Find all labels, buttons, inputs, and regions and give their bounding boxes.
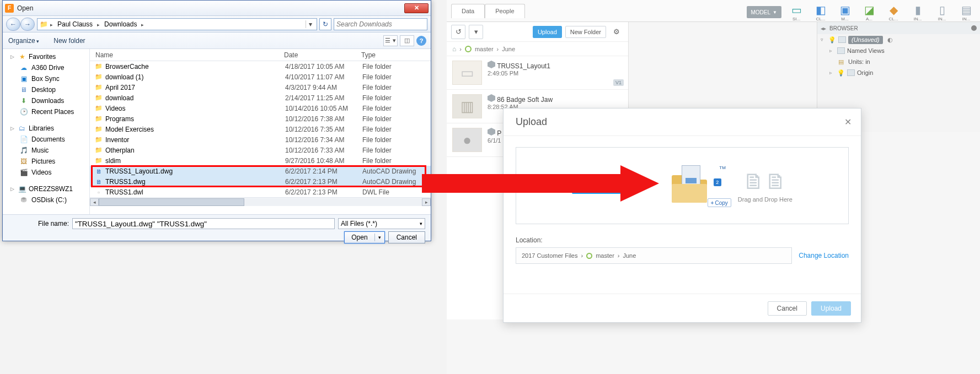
toolbar-construct-icon[interactable]: ◆CL... [884, 3, 903, 21]
browser-units-row[interactable]: ▤ Units: in [817, 56, 980, 67]
file-row[interactable]: 📁Model Exercises10/12/2016 7:35 AMFile f… [90, 124, 431, 134]
sidebar-item-pictures[interactable]: 🖼Pictures [3, 156, 89, 167]
file-columns-header[interactable]: Name Date Type [90, 49, 431, 61]
change-location-link[interactable]: Change Location [799, 252, 849, 259]
or-label: or [644, 182, 650, 189]
sidebar-item-recent[interactable]: 🕑Recent Places [3, 106, 89, 117]
breadcrumb-dropdown[interactable]: ▾ [306, 20, 314, 28]
scroll-track[interactable] [99, 198, 422, 206]
toolbar-make-icon[interactable]: ▤IN... [957, 3, 976, 21]
sidebar-libraries-header[interactable]: ▷🗂Libraries [3, 123, 89, 134]
toolbar-sketch-icon[interactable]: ▭SI... [787, 3, 806, 21]
file-row[interactable]: 🗎TRUSS1.dwg6/2/2017 2:13 PMAutoCAD Drawi… [90, 176, 431, 187]
home-icon[interactable]: ⌂ [452, 45, 456, 53]
open-button[interactable]: Open▾ [344, 231, 384, 243]
gear-icon[interactable]: ⚙ [609, 25, 624, 39]
scroll-left-button[interactable]: ◂ [90, 198, 99, 206]
upload-button[interactable]: Upload [533, 26, 562, 38]
crumb-june[interactable]: June [502, 46, 515, 52]
folder-icon: 📁 [94, 104, 103, 113]
file-name: Programs [105, 115, 285, 123]
file-row[interactable]: ▫TRUSS1.dwl6/2/2017 2:13 PMDWL File [90, 187, 431, 197]
design-card[interactable]: ▭ TRUSS1_Layout1 2:49:05 PM V1 [447, 56, 628, 90]
tab-data[interactable]: Data [451, 4, 485, 18]
refresh-button[interactable]: ↻ [319, 18, 331, 30]
help-button[interactable]: ? [416, 36, 426, 46]
sidebar-item-osdisk[interactable]: ⛃OSDisk (C:) [3, 194, 89, 205]
close-button[interactable]: ✕ [404, 3, 429, 13]
sidebar-item-a360[interactable]: ☁A360 Drive [3, 62, 89, 73]
file-filter-dropdown[interactable]: All Files (*.*)▾ [338, 218, 425, 229]
file-row[interactable]: 📁BrowserCache4/18/2017 10:05 AMFile fold… [90, 61, 431, 72]
sidebar-item-downloads[interactable]: ⬇Downloads [3, 95, 89, 106]
view-options-button[interactable]: ☰ ▾ [383, 35, 398, 46]
toolbar-assemble-icon[interactable]: ◪A... [860, 3, 879, 21]
workspace-model-button[interactable]: MODEL▼ [747, 6, 781, 18]
file-row[interactable]: 🗎TRUSS1_Layout1.dwg6/2/2017 2:14 PMAutoC… [90, 166, 431, 176]
dialog-titlebar[interactable]: F Open ✕ [3, 1, 431, 16]
breadcrumb-user[interactable]: Paul Clauss [55, 20, 95, 28]
sidebar-item-documents[interactable]: 📄Documents [3, 134, 89, 145]
component-icon [488, 61, 495, 68]
toolbar-insert-icon[interactable]: ▯IN... [933, 3, 951, 21]
toolbar-create-icon[interactable]: ◧CL... [811, 3, 830, 21]
preview-pane-button[interactable]: ◫ [400, 35, 414, 46]
select-files-button[interactable]: Select Files [572, 177, 622, 194]
search-input[interactable] [334, 18, 427, 30]
toolbar-inspect-icon[interactable]: ▮IN... [908, 3, 927, 21]
filename-input[interactable] [72, 218, 335, 229]
folder-icon: 📁 [94, 156, 103, 165]
sidebar-favorites-header[interactable]: ▷★Favorites [3, 51, 89, 62]
file-row[interactable]: 📁Programs10/12/2016 7:38 AMFile folder [90, 113, 431, 124]
browser-root-row[interactable]: ▿💡 (Unsaved) ◐ [817, 34, 980, 45]
close-button[interactable]: ✕ [842, 116, 853, 127]
browser-options-icon[interactable] [971, 25, 977, 31]
history-button[interactable]: ↺ [451, 25, 465, 39]
organize-menu[interactable]: Organize [8, 37, 39, 45]
scroll-thumb[interactable] [99, 198, 244, 206]
upload-modal-title: Upload [516, 116, 547, 128]
nav-back-button[interactable]: ← [6, 18, 20, 31]
file-row[interactable]: 📁Otherplan10/12/2016 7:33 AMFile folder [90, 145, 431, 155]
file-list[interactable]: 📁BrowserCache4/18/2017 10:05 AMFile fold… [90, 61, 431, 197]
drop-zone[interactable]: Select Files or TM 2 +Copy 🗎🗎 Drag and D… [516, 147, 849, 224]
breadcrumb[interactable]: 📁 Paul Clauss Downloads ▾ [37, 18, 317, 30]
breadcrumb-folder[interactable]: Downloads [102, 20, 139, 28]
context-icon[interactable]: ◐ [887, 36, 893, 44]
column-date[interactable]: Date [284, 51, 361, 59]
browser-named-views-row[interactable]: ▹ Named Views [817, 45, 980, 56]
toolbar-modify-icon[interactable]: ▣M... [836, 3, 854, 21]
new-folder-button[interactable]: New Folder [565, 26, 606, 38]
crumb-master[interactable]: master [475, 46, 494, 52]
cancel-button[interactable]: Cancel [388, 231, 425, 243]
tab-people[interactable]: People [485, 4, 524, 18]
sidebar-item-videos[interactable]: 🎬Videos [3, 167, 89, 178]
drop-placeholder: 🗎🗎 Drag and Drop Here [738, 169, 792, 203]
file-row[interactable]: 📁Videos10/14/2016 10:05 AMFile folder [90, 103, 431, 113]
sidebar-item-music[interactable]: 🎵Music [3, 145, 89, 156]
file-row[interactable]: 📁download (1)4/10/2017 11:07 AMFile fold… [90, 72, 431, 82]
file-row[interactable]: 📁download2/14/2017 11:25 AMFile folder [90, 93, 431, 103]
dropdown-button[interactable]: ▾ [469, 25, 483, 39]
lightbulb-icon[interactable]: 💡 [828, 36, 836, 44]
lightbulb-icon[interactable]: 💡 [837, 69, 845, 77]
folder-icon: 📁 [94, 62, 103, 71]
cancel-button[interactable]: Cancel [768, 301, 807, 316]
browser-origin-row[interactable]: ▹💡 Origin [817, 67, 980, 78]
upload-submit-button[interactable]: Upload [811, 301, 851, 316]
file-row[interactable]: 📁sldim9/27/2016 10:48 AMFile folder [90, 155, 431, 166]
horizontal-scrollbar[interactable]: ◂ ▸ [90, 197, 431, 206]
new-folder-button[interactable]: New folder [53, 37, 85, 45]
location-path-box[interactable]: 2017 Customer Files› master› June [516, 247, 792, 264]
file-row[interactable]: 📁Inventor10/12/2016 7:34 AMFile folder [90, 134, 431, 145]
sidebar-computer-header[interactable]: ▷💻ORE2ZS8WZ1 [3, 183, 89, 194]
sidebar-item-desktop[interactable]: 🖥Desktop [3, 84, 89, 95]
browser-nav-arrows[interactable]: ◂▸ [821, 25, 826, 31]
column-type[interactable]: Type [361, 51, 431, 59]
column-name[interactable]: Name [90, 51, 284, 59]
nav-forward-button[interactable]: → [20, 18, 35, 31]
sidebar-item-boxsync[interactable]: ▣Box Sync [3, 73, 89, 84]
scroll-right-button[interactable]: ▸ [422, 198, 431, 206]
data-panel-breadcrumb[interactable]: ⌂› master› June [447, 42, 628, 56]
file-row[interactable]: 📁April 20174/3/2017 9:44 AMFile folder [90, 82, 431, 93]
